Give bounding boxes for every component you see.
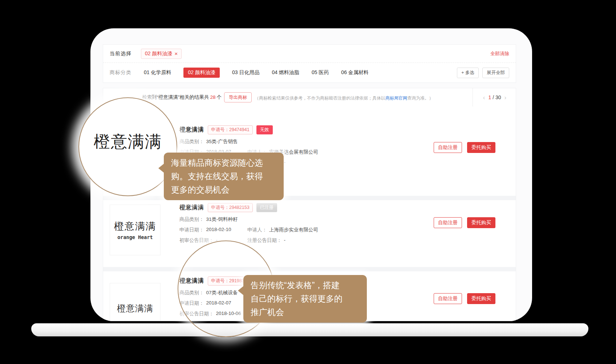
results-header: 检索到“橙意满满”相关的结果共28个 导出商标 （商标检索结果仅供参考，不作为商… [103, 88, 516, 107]
reg-publish-label: 注册公告日期： [247, 237, 282, 244]
chip-close-icon[interactable]: × [174, 51, 178, 56]
page-background: 当前选择 02 颜料油漆 × 全部清除 商标分类 01 化学原料 02 颜料油漆… [0, 0, 616, 364]
selected-filter-chip-label: 02 颜料油漆 [145, 50, 172, 57]
results-summary-suffix: 个 [217, 94, 222, 100]
category-row: 商标分类 01 化学原料 02 颜料油漆 03 日化用品 04 燃料油脂 05 … [103, 63, 516, 82]
disclaimer-prefix: （商标检索结果仅供参考，不作为商标能否注册的法律依据；具体以 [255, 96, 385, 101]
current-selection-row: 当前选择 02 颜料油漆 × 全部清除 [103, 45, 516, 63]
applicant-value: 上海雨步实业有限公司 [269, 227, 318, 233]
row-divider [103, 267, 516, 271]
current-selection-label: 当前选择 [110, 50, 131, 57]
entrust-buy-button[interactable]: 委托购买 [467, 293, 495, 304]
disclaimer-suffix: 查询为准。） [407, 96, 433, 101]
clear-all-link[interactable]: 全部清除 [490, 50, 509, 57]
category-item-04[interactable]: 04 燃料油脂 [272, 69, 299, 76]
row-actions-3: 自助注册 委托购买 [434, 293, 495, 304]
export-trademark-button[interactable]: 导出商标 [224, 92, 252, 102]
category-label: 商品类别： [179, 138, 204, 145]
category-item-03[interactable]: 03 日化用品 [232, 69, 259, 76]
callout-tooltip-promo: 告别传统“发表格”，搭建 自己的标行，获得更多的 推广机会 [243, 275, 367, 323]
entrust-buy-button[interactable]: 委托购买 [467, 142, 495, 153]
multi-select-button[interactable]: + 多选 [457, 68, 479, 78]
category-value: 35类-广告销售 [206, 138, 238, 145]
status-badge: 已注册 [256, 203, 277, 212]
callout-tooltip-trade: 海量精品商标资源随心选 购。支持在线交易，获得 更多的交易机会 [164, 153, 284, 200]
selected-filter-chip[interactable]: 02 颜料油漆 × [141, 49, 182, 59]
trademark-mark-text: 橙意满满 [114, 220, 156, 233]
current-page: 1 [488, 94, 491, 100]
category-item-06[interactable]: 06 金属材料 [341, 69, 368, 76]
trademark-mark-text: 橙意满满 [117, 303, 153, 314]
self-register-button[interactable]: 自助注册 [434, 142, 462, 153]
category-actions: + 多选 展开全部 [457, 68, 509, 78]
application-number-badge: 申请号：29482153 [208, 203, 253, 212]
trademark-mark-subtext: orange Heart [117, 234, 153, 240]
laptop-base [31, 323, 588, 336]
results-summary: 检索到“橙意满满”相关的结果共28个 [142, 94, 222, 101]
apply-date-value: 2018-02-10 [206, 227, 231, 233]
application-number-badge: 申请号：29474941 [208, 125, 253, 134]
prev-page-icon[interactable]: ‹ [483, 94, 485, 101]
reg-publish-value: - [284, 159, 286, 166]
trademark-title: 橙意满满 [179, 204, 204, 211]
applicant-label: 申请人： [247, 227, 267, 233]
expand-all-button[interactable]: 展开全部 [482, 68, 509, 78]
reg-publish-value: - [284, 237, 286, 244]
category-item-05[interactable]: 05 医药 [312, 69, 329, 76]
category-label: 商品类别： [179, 216, 204, 223]
entrust-buy-button[interactable]: 委托购买 [467, 217, 495, 228]
self-register-button[interactable]: 自助注册 [434, 217, 462, 228]
table-row: 橙意满满 orange Heart 橙意满满 申请号：29482153 已注册 … [103, 200, 516, 267]
results-disclaimer: （商标检索结果仅供参考，不作为商标能否注册的法律依据；具体以商标局官网查询为准。… [255, 95, 433, 101]
trademark-image-3: 橙意满满 [110, 283, 161, 321]
magnified-trademark-text: 橙意满满 [94, 131, 162, 153]
filter-panel: 当前选择 02 颜料油漆 × 全部清除 商标分类 01 化学原料 02 颜料油漆… [103, 44, 516, 83]
category-item-02-active[interactable]: 02 颜料油漆 [183, 68, 219, 78]
category-list: 01 化学原料 02 颜料油漆 03 日化用品 04 燃料油脂 05 医药 06… [144, 68, 369, 78]
category-row-label: 商标分类 [110, 69, 131, 76]
next-page-icon[interactable]: › [504, 94, 507, 101]
self-register-button[interactable]: 自助注册 [434, 293, 462, 304]
category-item-01[interactable]: 01 化学原料 [144, 69, 171, 76]
apply-date-label: 申请日期： [179, 227, 204, 233]
results-summary-prefix: 检索到“橙意满满”相关的结果共 [142, 94, 209, 100]
results-count: 28 [210, 94, 216, 100]
trademark-details-2: 橙意满满 申请号：29482153 已注册 商品类别： 31类-饲料种籽 申请日… [179, 203, 318, 244]
status-badge: 无效 [256, 125, 273, 134]
trademark-image-2: 橙意满满 orange Heart [110, 205, 161, 255]
trademark-office-link[interactable]: 商标局官网 [385, 96, 407, 101]
row-actions-2: 自助注册 委托购买 [434, 217, 495, 228]
category-value: 31类-饲料种籽 [206, 216, 238, 223]
pagination: ‹ 1 / 30 › [473, 88, 516, 106]
total-pages: 30 [495, 94, 501, 100]
trademark-title: 橙意满满 [179, 126, 204, 134]
magnifier-lens-1: 橙意满满 [78, 97, 177, 196]
page-separator: / [493, 94, 494, 100]
first-publish-label: 初审公告日期： [179, 237, 214, 244]
row-actions-1: 自助注册 委托购买 [434, 142, 495, 153]
